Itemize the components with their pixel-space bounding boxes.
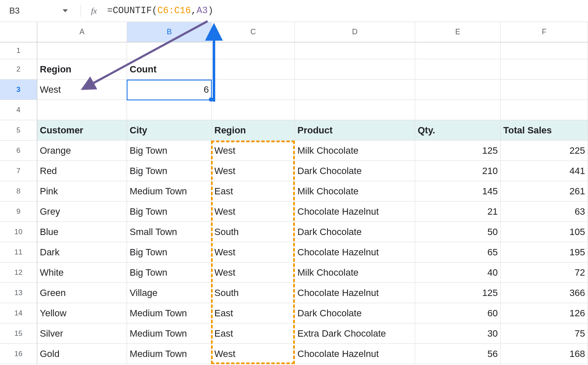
cell-F16[interactable]: 168 (501, 344, 588, 364)
cell-A10[interactable]: Blue (37, 222, 127, 242)
cell-B12[interactable]: Big Town (127, 263, 212, 283)
cell-B2[interactable]: Count (127, 59, 212, 80)
cell-E8[interactable]: 145 (415, 181, 501, 202)
cell-A7[interactable]: Red (37, 161, 127, 181)
cell-C8[interactable]: East (212, 181, 295, 202)
cell-D8[interactable]: Milk Chocolate (295, 181, 415, 202)
cell-B16[interactable]: Medium Town (127, 344, 212, 364)
row-header-11[interactable]: 11 (0, 242, 37, 263)
cell-F12[interactable]: 72 (501, 263, 588, 283)
row-header-13[interactable]: 13 (0, 283, 37, 303)
name-box[interactable]: B3 (3, 6, 63, 16)
cell-A9[interactable]: Grey (37, 202, 127, 222)
cell-A15[interactable]: Silver (37, 324, 127, 344)
row-header-10[interactable]: 10 (0, 222, 37, 242)
row-header-4[interactable]: 4 (0, 100, 37, 120)
col-header-A[interactable]: A (37, 22, 127, 42)
cell-C4[interactable] (212, 100, 295, 120)
row-header-8[interactable]: 8 (0, 181, 37, 202)
cell-F5[interactable]: Total Sales (501, 120, 588, 141)
cell-E6[interactable]: 125 (415, 141, 501, 161)
cell-C9[interactable]: West (212, 202, 295, 222)
cell-B5[interactable]: City (127, 120, 212, 141)
formula-input[interactable]: =COUNTIF(C6:C16,A3) (107, 6, 214, 16)
cell-A6[interactable]: Orange (37, 141, 127, 161)
cell-C10[interactable]: South (212, 222, 295, 242)
cell-F15[interactable]: 75 (501, 324, 588, 344)
cell-B11[interactable]: Big Town (127, 242, 212, 263)
cell-F3[interactable] (501, 80, 588, 100)
cell-F1[interactable] (501, 42, 588, 59)
cell-F2[interactable] (501, 59, 588, 80)
cell-D9[interactable]: Chocolate Hazelnut (295, 202, 415, 222)
cell-C7[interactable]: West (212, 161, 295, 181)
cell-E10[interactable]: 50 (415, 222, 501, 242)
col-header-D[interactable]: D (295, 22, 415, 42)
cell-C5[interactable]: Region (212, 120, 295, 141)
cell-C14[interactable]: East (212, 303, 295, 324)
cell-A2[interactable]: Region (37, 59, 127, 80)
cell-F11[interactable]: 195 (501, 242, 588, 263)
cell-B8[interactable]: Medium Town (127, 181, 212, 202)
cell-F6[interactable]: 225 (501, 141, 588, 161)
cell-D13[interactable]: Chocolate Hazelnut (295, 283, 415, 303)
cell-E9[interactable]: 21 (415, 202, 501, 222)
cell-D15[interactable]: Extra Dark Chocolate (295, 324, 415, 344)
cell-A13[interactable]: Green (37, 283, 127, 303)
cell-D11[interactable]: Chocolate Hazelnut (295, 242, 415, 263)
cell-C13[interactable]: South (212, 283, 295, 303)
cell-D12[interactable]: Milk Chocolate (295, 263, 415, 283)
cell-B9[interactable]: Big Town (127, 202, 212, 222)
cell-C6[interactable]: West (212, 141, 295, 161)
cell-F14[interactable]: 126 (501, 303, 588, 324)
cell-C1[interactable] (212, 42, 295, 59)
cell-E15[interactable]: 30 (415, 324, 501, 344)
cell-E2[interactable] (415, 59, 501, 80)
cell-D16[interactable]: Chocolate Hazelnut (295, 344, 415, 364)
row-header-12[interactable]: 12 (0, 263, 37, 283)
cell-B6[interactable]: Big Town (127, 141, 212, 161)
cell-E11[interactable]: 65 (415, 242, 501, 263)
row-header-16[interactable]: 16 (0, 344, 37, 364)
cell-C12[interactable]: West (212, 263, 295, 283)
cell-B1[interactable] (127, 42, 212, 59)
cell-C16[interactable]: West (212, 344, 295, 364)
cell-F4[interactable] (501, 100, 588, 120)
col-header-E[interactable]: E (415, 22, 501, 42)
cell-A1[interactable] (37, 42, 127, 59)
cell-B3[interactable]: 6 (127, 80, 212, 100)
cell-C15[interactable]: East (212, 324, 295, 344)
cell-E13[interactable]: 125 (415, 283, 501, 303)
cell-D3[interactable] (295, 80, 415, 100)
col-header-C[interactable]: C (212, 22, 295, 42)
cell-D4[interactable] (295, 100, 415, 120)
cell-D2[interactable] (295, 59, 415, 80)
cell-A8[interactable]: Pink (37, 181, 127, 202)
cell-D1[interactable] (295, 42, 415, 59)
cell-D10[interactable]: Dark Chocolate (295, 222, 415, 242)
col-header-B[interactable]: B (127, 22, 212, 42)
cell-B14[interactable]: Medium Town (127, 303, 212, 324)
cell-E16[interactable]: 56 (415, 344, 501, 364)
row-header-14[interactable]: 14 (0, 303, 37, 324)
cell-C3[interactable] (212, 80, 295, 100)
row-header-15[interactable]: 15 (0, 324, 37, 344)
cell-C2[interactable] (212, 59, 295, 80)
grid-corner[interactable] (0, 22, 37, 42)
cell-A3[interactable]: West (37, 80, 127, 100)
cell-B7[interactable]: Big Town (127, 161, 212, 181)
cell-A11[interactable]: Dark (37, 242, 127, 263)
cell-A12[interactable]: White (37, 263, 127, 283)
row-header-7[interactable]: 7 (0, 161, 37, 181)
cell-F10[interactable]: 105 (501, 222, 588, 242)
row-header-6[interactable]: 6 (0, 141, 37, 161)
cell-E1[interactable] (415, 42, 501, 59)
cell-D7[interactable]: Dark Chocolate (295, 161, 415, 181)
cell-F8[interactable]: 261 (501, 181, 588, 202)
col-header-F[interactable]: F (501, 22, 588, 42)
cell-F13[interactable]: 366 (501, 283, 588, 303)
cell-D14[interactable]: Dark Chocolate (295, 303, 415, 324)
row-header-2[interactable]: 2 (0, 59, 37, 80)
row-header-5[interactable]: 5 (0, 120, 37, 141)
cell-A5[interactable]: Customer (37, 120, 127, 141)
